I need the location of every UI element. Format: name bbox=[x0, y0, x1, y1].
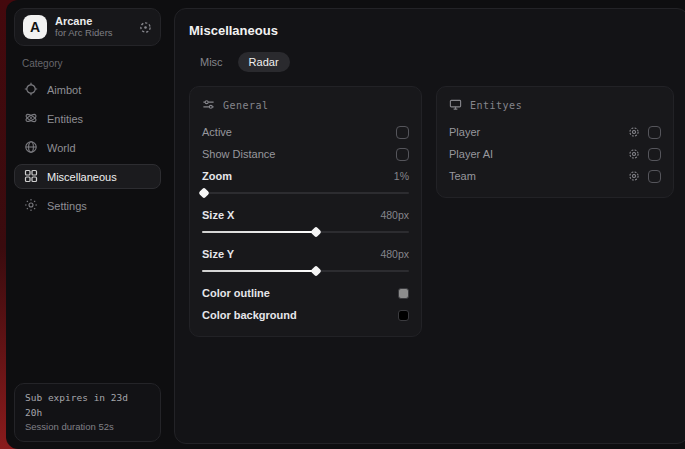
subscription-card: Sub expires in 23d 20h Session duration … bbox=[14, 383, 161, 442]
size-y-value: 480px bbox=[380, 248, 409, 260]
gear-icon bbox=[24, 198, 38, 214]
setting-row-color-outline: Color outline bbox=[202, 282, 409, 304]
brand-settings-icon[interactable] bbox=[139, 21, 152, 34]
entities-card-title: Entityes bbox=[470, 100, 522, 111]
setting-label: Zoom bbox=[202, 170, 232, 182]
active-checkbox[interactable] bbox=[396, 126, 409, 139]
size-y-slider[interactable] bbox=[202, 269, 409, 273]
sidebar-item-label: Aimbot bbox=[47, 84, 81, 96]
session-duration-text: Session duration 52s bbox=[25, 420, 150, 434]
globe-icon bbox=[24, 140, 38, 156]
player-config-gear-icon[interactable] bbox=[628, 126, 640, 138]
brand-logo: A bbox=[23, 15, 47, 39]
entities-icon bbox=[24, 111, 38, 127]
sidebar-item-label: Settings bbox=[47, 200, 87, 212]
brand-subtitle: for Arc Riders bbox=[55, 28, 131, 39]
entity-row-player: Player bbox=[449, 121, 661, 143]
setting-row-zoom: Zoom 1% bbox=[202, 165, 409, 187]
entities-card: Entityes Player Player AI bbox=[436, 86, 674, 198]
sidebar-nav: Aimbot Entities World Miscellaneous Sett… bbox=[6, 77, 169, 218]
sliders-icon bbox=[202, 98, 215, 113]
setting-row-size-x: Size X 480px bbox=[202, 204, 409, 226]
sub-expiry-text: Sub expires in 23d 20h bbox=[25, 391, 150, 420]
size-y-slider-thumb[interactable] bbox=[310, 265, 321, 276]
app-window: A Arcane for Arc Riders Category Aimbot … bbox=[6, 0, 685, 449]
category-label: Category bbox=[22, 58, 153, 69]
mouse-cursor bbox=[6, 437, 11, 449]
size-x-slider[interactable] bbox=[202, 230, 409, 234]
entity-row-team: Team bbox=[449, 165, 661, 187]
sidebar: A Arcane for Arc Riders Category Aimbot … bbox=[6, 0, 169, 449]
setting-label: Color outline bbox=[202, 287, 270, 299]
color-outline-swatch[interactable] bbox=[398, 288, 409, 299]
sidebar-item-aimbot[interactable]: Aimbot bbox=[14, 77, 161, 102]
setting-label: Active bbox=[202, 126, 232, 138]
entity-label: Player AI bbox=[449, 148, 493, 160]
grid-icon bbox=[24, 169, 38, 185]
page-title: Miscellaneous bbox=[189, 23, 674, 38]
setting-label: Size Y bbox=[202, 248, 234, 260]
setting-label: Color background bbox=[202, 309, 297, 321]
sidebar-item-settings[interactable]: Settings bbox=[14, 193, 161, 218]
setting-label: Size X bbox=[202, 209, 234, 221]
player-ai-checkbox[interactable] bbox=[648, 148, 661, 161]
color-background-swatch[interactable] bbox=[398, 310, 409, 321]
entity-row-player-ai: Player AI bbox=[449, 143, 661, 165]
sidebar-item-label: World bbox=[47, 142, 76, 154]
entity-label: Player bbox=[449, 126, 480, 138]
tab-misc[interactable]: Misc bbox=[189, 52, 234, 72]
zoom-slider-thumb[interactable] bbox=[198, 187, 209, 198]
entity-label: Team bbox=[449, 170, 476, 182]
size-x-slider-thumb[interactable] bbox=[310, 226, 321, 237]
monitor-icon bbox=[449, 98, 462, 113]
sidebar-item-entities[interactable]: Entities bbox=[14, 106, 161, 131]
brand-card: A Arcane for Arc Riders bbox=[14, 8, 161, 46]
zoom-slider[interactable] bbox=[202, 191, 409, 195]
tab-bar: Misc Radar bbox=[189, 52, 674, 72]
setting-row-color-background: Color background bbox=[202, 304, 409, 326]
general-card-title: General bbox=[223, 100, 269, 111]
sidebar-item-label: Entities bbox=[47, 113, 83, 125]
crosshair-icon bbox=[24, 82, 38, 98]
main-panel: Miscellaneous Misc Radar General Active … bbox=[174, 8, 685, 444]
setting-row-size-y: Size Y 480px bbox=[202, 243, 409, 265]
general-card: General Active Show Distance Zoom 1% bbox=[189, 86, 422, 337]
size-x-value: 480px bbox=[380, 209, 409, 221]
brand-name: Arcane bbox=[55, 15, 131, 28]
player-checkbox[interactable] bbox=[648, 126, 661, 139]
player-ai-config-gear-icon[interactable] bbox=[628, 148, 640, 160]
team-checkbox[interactable] bbox=[648, 170, 661, 183]
team-config-gear-icon[interactable] bbox=[628, 170, 640, 182]
show-distance-checkbox[interactable] bbox=[396, 148, 409, 161]
tab-radar[interactable]: Radar bbox=[238, 52, 290, 72]
setting-row-active: Active bbox=[202, 121, 409, 143]
sidebar-item-miscellaneous[interactable]: Miscellaneous bbox=[14, 164, 161, 189]
setting-row-show-distance: Show Distance bbox=[202, 143, 409, 165]
sidebar-item-world[interactable]: World bbox=[14, 135, 161, 160]
sidebar-item-label: Miscellaneous bbox=[47, 171, 117, 183]
zoom-value: 1% bbox=[394, 170, 409, 182]
setting-label: Show Distance bbox=[202, 148, 275, 160]
